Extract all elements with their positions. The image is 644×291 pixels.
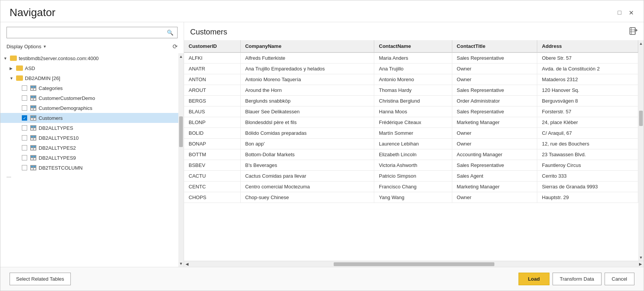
customercustomerdemo-checkbox[interactable] xyxy=(22,95,27,101)
tree-categories-node[interactable]: Categories xyxy=(0,83,184,93)
tree-db2admin-node[interactable]: ▼ DB2ADMIN [26] xyxy=(0,73,184,83)
transform-data-button[interactable]: Transform Data xyxy=(553,273,602,285)
right-scroll-up[interactable]: ▲ xyxy=(638,40,644,47)
hscroll-right[interactable]: ▶ xyxy=(637,262,644,266)
customerdemographics-checkbox[interactable] xyxy=(22,105,27,111)
table-row: BOLIDBólido Comidas preparadasMartín Som… xyxy=(184,128,638,139)
db2alltypes9-table-icon xyxy=(29,155,37,161)
db2alltypes10-checkbox[interactable] xyxy=(22,135,27,141)
data-refresh-icon[interactable] xyxy=(629,27,637,37)
db2testcolumn-label: DB2TESTCOLUMN xyxy=(39,165,83,171)
table-row: BONAPBon app'Laurence LebihanOwner12, ru… xyxy=(184,139,638,149)
tree-customercustomerdemo-node[interactable]: CustomerCustomerDemo xyxy=(0,93,184,103)
hscroll-left[interactable]: ◀ xyxy=(184,262,190,266)
tree-customerdemographics-node[interactable]: CustomerDemographics xyxy=(0,103,184,113)
db2alltypes2-table-icon xyxy=(29,145,37,151)
window-controls: □ ✕ xyxy=(616,9,634,16)
db2testcolumn-table-icon xyxy=(29,165,37,171)
display-options-arrow[interactable]: ▼ xyxy=(43,44,47,49)
left-panel-scrollbar: ▲ ▼ xyxy=(178,53,184,267)
customercustomerdemo-label: CustomerCustomerDemo xyxy=(39,95,95,101)
right-panel: Customers xyxy=(184,22,644,267)
tree-db2alltypes10-node[interactable]: DB2ALLTYPES10 xyxy=(0,133,184,143)
tree-db2alltypes-node[interactable]: DB2ALLTYPES xyxy=(0,123,184,133)
customers-table-icon xyxy=(29,115,37,121)
db2alltypes10-table-icon xyxy=(29,135,37,141)
server-label: testibmdb2server.contoso.com:4000 xyxy=(19,56,99,61)
cancel-button[interactable]: Cancel xyxy=(605,273,634,285)
maximize-button[interactable]: □ xyxy=(616,9,623,16)
table-wrapper: CustomerID CompanyName ContactName Conta… xyxy=(184,40,644,267)
tree-db2testcolumn-node[interactable]: DB2TESTCOLUMN xyxy=(0,163,184,173)
footer-right: Load Transform Data Cancel xyxy=(518,273,634,285)
categories-toggle xyxy=(16,86,22,90)
right-vscrollbar: ▲ ▼ xyxy=(638,40,644,261)
table-row: ALFKIAlfreds FutterkisteMaria AndersSale… xyxy=(184,52,638,64)
title-bar: Navigator □ ✕ xyxy=(0,0,644,22)
close-button[interactable]: ✕ xyxy=(628,9,634,16)
data-header: Customers xyxy=(184,22,644,40)
table-row: BLAUSBlauer See DelikatessenHanna MoosSa… xyxy=(184,106,638,117)
table-row: CHOPSChop-suey ChineseYang WangOwnerHaup… xyxy=(184,192,638,203)
right-scroll-thumb[interactable] xyxy=(639,111,643,126)
left-scroll-up[interactable]: ▲ xyxy=(178,53,184,60)
col-customerid: CustomerID xyxy=(184,40,240,52)
table-row: ANTONAntonio Moreno TaqueríaAntonio More… xyxy=(184,74,638,85)
db2alltypes-table-icon xyxy=(29,125,37,131)
footer: Select Related Tables Load Transform Dat… xyxy=(0,267,644,291)
customercustomerdemo-table-icon xyxy=(29,95,37,101)
db2admin-toggle[interactable]: ▼ xyxy=(10,76,16,80)
table-row: BLONPBlondesddsl père et filsFrédérique … xyxy=(184,117,638,128)
load-button[interactable]: Load xyxy=(518,273,549,285)
table-row: BOTTMBottom-Dollar MarketsElizabeth Linc… xyxy=(184,149,638,160)
customers-table: CustomerID CompanyName ContactName Conta… xyxy=(184,40,638,203)
left-scroll-thumb[interactable] xyxy=(179,116,183,147)
tree-asd-node[interactable]: ▶ ASD xyxy=(0,63,184,73)
customers-label: Customers xyxy=(39,115,63,121)
table-scroll-area[interactable]: CustomerID CompanyName ContactName Conta… xyxy=(184,40,638,261)
display-options-label[interactable]: Display Options xyxy=(7,44,41,49)
right-hscrollbar: ◀ ▶ xyxy=(184,261,644,267)
table-row: BSBEVB's BeveragesVictoria AshworthSales… xyxy=(184,160,638,171)
data-title: Customers xyxy=(190,28,227,36)
db2alltypes9-checkbox[interactable] xyxy=(22,155,27,160)
tree-db2alltypes2-node[interactable]: DB2ALLTYPES2 xyxy=(0,143,184,153)
db2alltypes-label: DB2ALLTYPES xyxy=(39,125,73,131)
navigator-dialog: Navigator □ ✕ 🔍 Display Options ▼ ⟳ xyxy=(0,0,644,291)
db2alltypes9-label: DB2ALLTYPES9 xyxy=(39,155,76,161)
categories-checkbox[interactable] xyxy=(22,85,27,91)
tree-customers-node[interactable]: Customers xyxy=(0,113,184,123)
db2admin-folder-icon xyxy=(16,75,23,81)
search-bar: 🔍 xyxy=(7,27,178,38)
select-related-button[interactable]: Select Related Tables xyxy=(10,273,71,285)
db2alltypes-checkbox[interactable] xyxy=(22,125,27,131)
more-items-indicator: — xyxy=(0,173,184,181)
right-scroll-down[interactable]: ▼ xyxy=(638,254,644,261)
asd-label: ASD xyxy=(25,65,35,71)
asd-toggle[interactable]: ▶ xyxy=(10,66,16,70)
tree-area[interactable]: ▼ testibmdb2server.contoso.com:4000 ▶ AS… xyxy=(0,53,184,267)
table-row: AROUTAround the HornThomas HardySales Re… xyxy=(184,85,638,96)
db2testcolumn-checkbox[interactable] xyxy=(22,165,27,170)
asd-folder-icon xyxy=(16,65,23,71)
table-row: CENTCCentro comercial MoctezumaFrancisco… xyxy=(184,181,638,192)
table-header-row: CustomerID CompanyName ContactName Conta… xyxy=(184,40,638,52)
customers-checkbox[interactable] xyxy=(22,115,27,121)
db2alltypes2-checkbox[interactable] xyxy=(22,145,27,150)
search-button[interactable]: 🔍 xyxy=(163,27,177,38)
display-options-row: Display Options ▼ ⟳ xyxy=(0,41,184,53)
server-toggle[interactable]: ▼ xyxy=(3,56,10,60)
left-panel: 🔍 Display Options ▼ ⟳ ▼ testibmdb2server… xyxy=(0,22,184,267)
col-companyname: CompanyName xyxy=(240,40,374,52)
dialog-title: Navigator xyxy=(10,7,55,19)
tree-server-node[interactable]: ▼ testibmdb2server.contoso.com:4000 xyxy=(0,53,184,63)
main-content: 🔍 Display Options ▼ ⟳ ▼ testibmdb2server… xyxy=(0,22,644,267)
db2alltypes10-label: DB2ALLTYPES10 xyxy=(39,135,79,141)
refresh-icon[interactable]: ⟳ xyxy=(173,43,178,50)
search-input[interactable] xyxy=(7,28,163,38)
table-row: BERGSBerglunds snabbköpChristina Berglun… xyxy=(184,96,638,106)
tree-db2alltypes9-node[interactable]: DB2ALLTYPES9 xyxy=(0,153,184,163)
left-scroll-down[interactable]: ▼ xyxy=(178,260,184,267)
table-row: ANATRAna Trujillo Emparedados y heladosA… xyxy=(184,64,638,74)
hscroll-thumb[interactable] xyxy=(334,262,494,266)
